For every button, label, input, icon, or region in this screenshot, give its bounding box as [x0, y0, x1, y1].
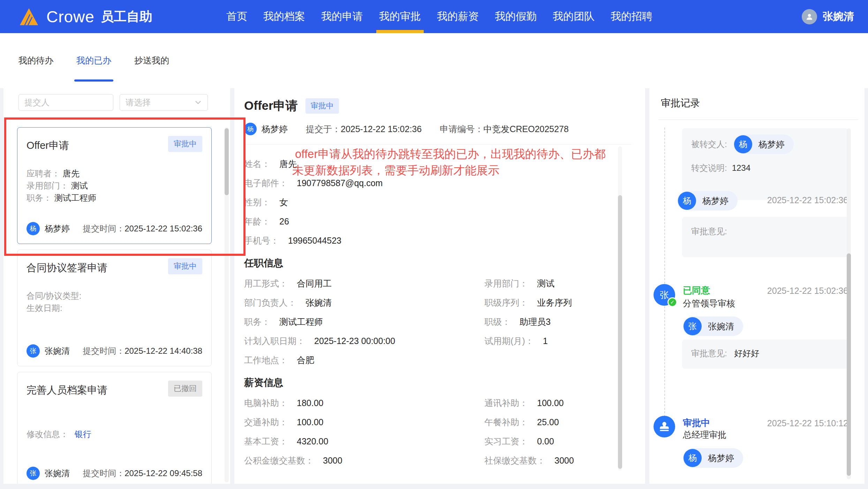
status-select-placeholder: 请选择 [126, 97, 151, 108]
field-value: 26 [279, 216, 289, 226]
card-field: 合同/协议类型: [27, 290, 202, 302]
opinion-card: 审批意见: 好好好 [682, 339, 848, 369]
submit-time-value: 2025-12-22 15:02:36 [124, 224, 202, 233]
approval-log-title: 审批记录 [649, 88, 865, 110]
person-pill: 张 张婉清 [683, 316, 743, 336]
list-scrollbar-thumb[interactable] [225, 128, 229, 195]
detail-scrollbar-thumb[interactable] [618, 195, 622, 469]
bank-link[interactable]: 银行 [75, 429, 91, 439]
tab-my-done[interactable]: 我的已办 [74, 55, 113, 82]
field-value: 1907798587@qq.com [297, 178, 383, 188]
detail-row: 姓名：唐先 [244, 154, 631, 174]
detail-row: 基本工资：4320.00 实习工资：0.00 [244, 432, 631, 451]
field-value: 3000 [323, 456, 342, 465]
field-label: 试用期(月)： [484, 336, 534, 346]
log-scrollbar-thumb[interactable] [847, 253, 851, 476]
divider [658, 120, 858, 120]
opinion-value: 好好好 [734, 349, 759, 358]
tab-label: 我的已办 [76, 55, 111, 65]
crowe-logo[interactable]: Crowe 员工自助 [19, 7, 152, 26]
tab-strip: 我的待办 我的已办 抄送我的 [0, 33, 868, 88]
nav-item-my-team[interactable]: 我的团队 [553, 0, 595, 33]
task-card-contract[interactable]: 合同协议签署申请 审批中 合同/协议类型: 生效日期: 张 张婉清 提交时间：2… [17, 250, 212, 366]
field-label: 应聘者： [27, 169, 60, 178]
top-nav: Crowe 员工自助 首页 我的档案 我的申请 我的审批 我的薪资 我的假勤 我… [0, 0, 868, 33]
field-value: 测试工程师 [54, 193, 96, 203]
task-card-archive[interactable]: 完善人员档案申请 已撤回 修改信息：银行 张 张婉清 提交时间：2025-12-… [17, 372, 212, 484]
nav-item-my-salary[interactable]: 我的薪资 [437, 0, 479, 33]
field-label: 用工形式： [244, 278, 288, 288]
approval-timeline: 被转交人: 杨 杨梦婷 转交说明: 1234 杨 杨梦婷 [649, 125, 865, 484]
field-value: 测试工程师 [279, 317, 323, 327]
detail-row: 电脑补助：180.00 通讯补助：100.00 [244, 394, 631, 413]
field-value: 合肥 [297, 355, 314, 365]
submit-time: 提交时间：2025-12-22 14:40:38 [83, 345, 202, 357]
field-value: 助理员3 [520, 317, 551, 327]
list-filters: 请选择 [3, 88, 230, 111]
opinion-label: 审批意见: [691, 349, 727, 358]
detail-submitter-avatar: 杨 [244, 123, 257, 135]
field-value: 4320.00 [297, 436, 328, 446]
field-value: 唐先 [279, 159, 297, 169]
field-value: 100.00 [537, 398, 564, 408]
task-card-offer[interactable]: Offer申请 审批中 应聘者：唐先 录用部门：测试 职务：测试工程师 杨 杨梦… [17, 127, 212, 244]
person-avatar: 张 [684, 317, 702, 335]
person-name: 杨梦婷 [758, 139, 785, 150]
submit-time-label: 提交时间： [83, 346, 124, 356]
card-footer: 张 张婉清 提交时间：2025-12-22 09:45:58 [27, 467, 202, 480]
detail-row: 职务：测试工程师 职级：助理员3 [244, 312, 631, 331]
nav-item-my-approvals[interactable]: 我的审批 [379, 0, 421, 33]
detail-status-badge: 审批中 [305, 98, 339, 114]
detail-submitted-at: 提交于：2025-12-22 15:02:36 [306, 123, 422, 135]
detail-row: 部门负责人：张婉清 职级序列：业务序列 [244, 293, 631, 312]
field-label: 职务： [27, 193, 52, 203]
field-label: 基本工资： [244, 436, 288, 446]
tab-cc-to-me[interactable]: 抄送我的 [132, 55, 171, 82]
card-head: Offer申请 审批中 [27, 136, 202, 153]
field-value: 合同用工 [297, 278, 332, 288]
section-title-salary: 薪资信息 [244, 376, 631, 389]
card-field: 录用部门：测试 [27, 179, 202, 192]
tab-my-todo[interactable]: 我的待办 [16, 55, 55, 82]
field-label: 手机号： [244, 236, 279, 245]
field-value: 测试 [71, 181, 88, 190]
transfer-note-value: 1234 [732, 163, 750, 173]
nav-item-home[interactable]: 首页 [226, 0, 247, 33]
detail-row: 用工形式：合同用工 录用部门：测试 [244, 274, 631, 293]
submitter-input[interactable] [18, 94, 113, 111]
field-value: 100.00 [297, 417, 323, 427]
detail: Offer申请 审批中 杨 杨梦婷 提交于：2025-12-22 15:02:3… [234, 88, 645, 484]
opinion-card: 审批意见: [682, 217, 848, 257]
nav-item-my-recruiting[interactable]: 我的招聘 [611, 0, 652, 33]
card-footer: 杨 杨梦婷 提交时间：2025-12-22 15:02:36 [27, 222, 202, 235]
field-label: 工作地点： [244, 355, 288, 365]
field-value: 唐先 [63, 169, 80, 178]
field-value: 女 [279, 197, 288, 207]
nav-item-my-attendance[interactable]: 我的假勤 [495, 0, 537, 33]
submitter-name: 张婉清 [45, 345, 70, 357]
entry-time: 2025-12-22 15:02:36 [767, 286, 848, 296]
card-field: 职务：测试工程师 [27, 192, 202, 204]
divider [244, 144, 631, 145]
card-footer: 张 张婉清 提交时间：2025-12-22 14:40:38 [27, 344, 202, 358]
transfer-note-row: 转交说明: 1234 [691, 162, 839, 174]
nav-item-label: 我的假勤 [495, 9, 537, 24]
field-value: 张婉清 [305, 298, 332, 307]
status-select[interactable]: 请选择 [120, 94, 208, 111]
detail-row: 电子邮件：1907798587@qq.com [244, 174, 631, 193]
nav-item-my-applications[interactable]: 我的申请 [321, 0, 363, 33]
detail-body: 姓名：唐先 电子邮件：1907798587@qq.com 性别：女 年龄：26 … [244, 154, 631, 470]
field-label: 年龄： [244, 216, 270, 226]
field-label: 生效日期: [27, 303, 62, 313]
submit-time-value: 2025-12-22 14:40:38 [124, 346, 202, 356]
field-label: 性别： [244, 197, 270, 207]
submit-time: 提交时间：2025-12-22 15:02:36 [83, 223, 202, 234]
person-pill: 杨 杨梦婷 [683, 448, 743, 468]
card-fields: 修改信息：银行 [27, 428, 202, 440]
opinion-label: 审批意见: [691, 227, 727, 236]
nav-item-my-profile[interactable]: 我的档案 [263, 0, 305, 33]
app-no-label: 申请编号： [440, 124, 483, 134]
timeline-line [664, 128, 665, 417]
user-menu[interactable]: 张婉清 [802, 9, 854, 24]
pending-node [654, 416, 675, 437]
